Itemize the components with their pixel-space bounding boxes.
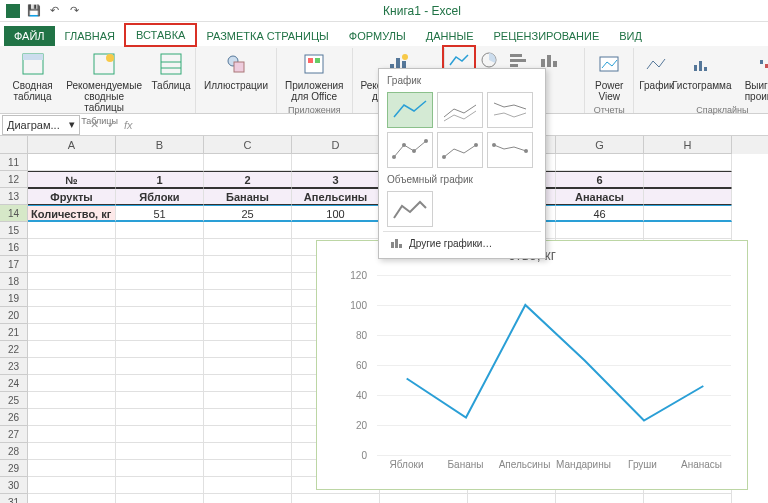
cell[interactable] bbox=[204, 222, 292, 239]
apps-button[interactable]: Приложения для Office bbox=[281, 48, 348, 104]
cell[interactable] bbox=[644, 171, 732, 188]
cell[interactable] bbox=[28, 256, 116, 273]
power-view-button[interactable]: Power View bbox=[589, 48, 629, 104]
col-header[interactable]: B bbox=[116, 136, 204, 154]
cell[interactable] bbox=[644, 188, 732, 205]
cell[interactable] bbox=[204, 324, 292, 341]
cell[interactable] bbox=[28, 290, 116, 307]
row-header[interactable]: 26 bbox=[0, 409, 28, 426]
row-header[interactable]: 30 bbox=[0, 477, 28, 494]
cell[interactable] bbox=[116, 392, 204, 409]
cell[interactable] bbox=[644, 154, 732, 171]
cell[interactable] bbox=[28, 477, 116, 494]
col-header[interactable]: G bbox=[556, 136, 644, 154]
cell[interactable]: Бананы bbox=[204, 188, 292, 205]
cell[interactable] bbox=[116, 358, 204, 375]
cell[interactable]: Ананасы bbox=[556, 188, 644, 205]
tab-file[interactable]: ФАЙЛ bbox=[4, 26, 55, 46]
cell[interactable] bbox=[204, 290, 292, 307]
cell[interactable]: 3 bbox=[292, 171, 380, 188]
name-box[interactable]: Диаграм...▾ bbox=[2, 115, 80, 135]
cell[interactable] bbox=[116, 477, 204, 494]
tab-data[interactable]: ДАННЫЕ bbox=[416, 26, 484, 46]
cell[interactable] bbox=[116, 256, 204, 273]
col-header[interactable]: A bbox=[28, 136, 116, 154]
cell[interactable] bbox=[116, 239, 204, 256]
row-header[interactable]: 29 bbox=[0, 460, 28, 477]
row-header[interactable]: 24 bbox=[0, 375, 28, 392]
cell[interactable] bbox=[116, 307, 204, 324]
cell[interactable] bbox=[28, 460, 116, 477]
cell[interactable]: Апельсины bbox=[292, 188, 380, 205]
table-button[interactable]: Таблица bbox=[151, 48, 191, 93]
cell[interactable] bbox=[28, 358, 116, 375]
cell[interactable] bbox=[292, 222, 380, 239]
cell[interactable] bbox=[28, 426, 116, 443]
cell[interactable] bbox=[204, 477, 292, 494]
cell[interactable] bbox=[116, 290, 204, 307]
line-chart-option[interactable] bbox=[387, 92, 433, 128]
cell[interactable] bbox=[116, 426, 204, 443]
cell[interactable] bbox=[204, 494, 292, 503]
cell[interactable] bbox=[116, 324, 204, 341]
cell[interactable] bbox=[204, 307, 292, 324]
tab-home[interactable]: ГЛАВНАЯ bbox=[55, 26, 125, 46]
illustrations-button[interactable]: Иллюстрации bbox=[200, 48, 272, 93]
cell[interactable] bbox=[116, 460, 204, 477]
cell[interactable] bbox=[116, 409, 204, 426]
sparkline-line-button[interactable]: График bbox=[638, 48, 674, 93]
cell[interactable] bbox=[204, 460, 292, 477]
percent-line-markers-option[interactable] bbox=[487, 132, 533, 168]
cell[interactable] bbox=[204, 154, 292, 171]
cell[interactable] bbox=[556, 154, 644, 171]
row-header[interactable]: 13 bbox=[0, 188, 28, 205]
row-header[interactable]: 27 bbox=[0, 426, 28, 443]
undo-icon[interactable]: ↶ bbox=[46, 3, 62, 19]
save-icon[interactable]: 💾 bbox=[26, 3, 42, 19]
cell[interactable] bbox=[116, 154, 204, 171]
row-header[interactable]: 17 bbox=[0, 256, 28, 273]
cell[interactable] bbox=[644, 222, 732, 239]
cell[interactable] bbox=[28, 341, 116, 358]
cell[interactable] bbox=[116, 375, 204, 392]
col-header[interactable]: C bbox=[204, 136, 292, 154]
cell[interactable]: 6 bbox=[556, 171, 644, 188]
row-header[interactable]: 28 bbox=[0, 443, 28, 460]
cell[interactable] bbox=[28, 324, 116, 341]
line-markers-option[interactable] bbox=[387, 132, 433, 168]
chart-plot-area[interactable] bbox=[377, 275, 731, 455]
cell[interactable]: 1 bbox=[116, 171, 204, 188]
cell[interactable] bbox=[204, 341, 292, 358]
cell[interactable] bbox=[204, 358, 292, 375]
fx-icon[interactable]: fx bbox=[124, 119, 133, 131]
tab-formulas[interactable]: ФОРМУЛЫ bbox=[339, 26, 416, 46]
row-header[interactable]: 20 bbox=[0, 307, 28, 324]
stacked-line-markers-option[interactable] bbox=[437, 132, 483, 168]
cell[interactable] bbox=[28, 239, 116, 256]
cell[interactable] bbox=[28, 154, 116, 171]
recommended-pivot-button[interactable]: Рекомендуемые сводные таблицы bbox=[59, 48, 149, 115]
cell[interactable] bbox=[28, 443, 116, 460]
sparkline-winloss-button[interactable]: Выигрыш/ проигрыш bbox=[729, 48, 768, 104]
cell[interactable] bbox=[204, 409, 292, 426]
redo-icon[interactable]: ↷ bbox=[66, 3, 82, 19]
enter-icon[interactable]: ✓ bbox=[107, 118, 116, 131]
cell[interactable] bbox=[204, 273, 292, 290]
tab-page-layout[interactable]: РАЗМЕТКА СТРАНИЦЫ bbox=[196, 26, 338, 46]
cell[interactable]: Яблоки bbox=[116, 188, 204, 205]
cell[interactable]: 25 bbox=[204, 205, 292, 222]
3d-line-option[interactable] bbox=[387, 191, 433, 227]
embedded-chart[interactable]: ство, кг 020406080100120 ЯблокиБананыАпе… bbox=[316, 240, 748, 490]
pivot-table-button[interactable]: Сводная таблица bbox=[8, 48, 57, 104]
cell[interactable]: Количество, кг bbox=[28, 205, 116, 222]
col-header[interactable]: H bbox=[644, 136, 732, 154]
tab-view[interactable]: ВИД bbox=[609, 26, 652, 46]
row-header[interactable]: 18 bbox=[0, 273, 28, 290]
row-header[interactable]: 11 bbox=[0, 154, 28, 171]
cell[interactable] bbox=[116, 443, 204, 460]
cell[interactable]: 51 bbox=[116, 205, 204, 222]
cell[interactable]: Фрукты bbox=[28, 188, 116, 205]
tab-review[interactable]: РЕЦЕНЗИРОВАНИЕ bbox=[483, 26, 609, 46]
row-header[interactable]: 12 bbox=[0, 171, 28, 188]
cell[interactable] bbox=[204, 426, 292, 443]
